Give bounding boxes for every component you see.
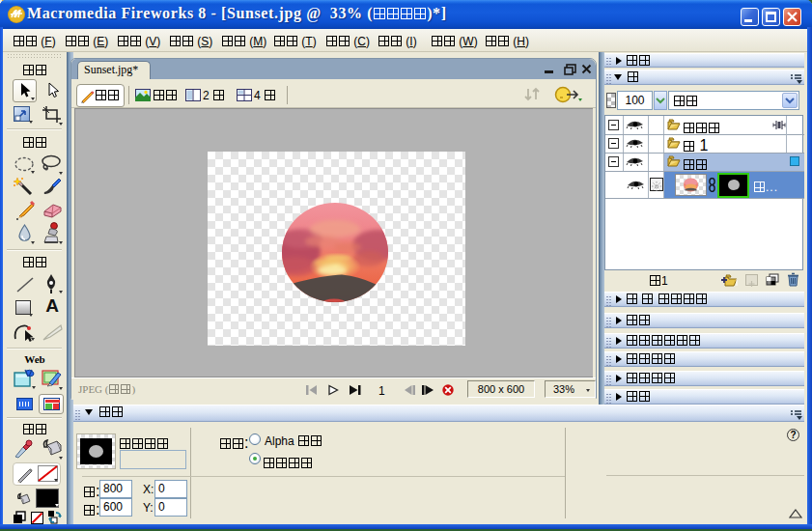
svg-text:1: 1 [378, 384, 385, 396]
